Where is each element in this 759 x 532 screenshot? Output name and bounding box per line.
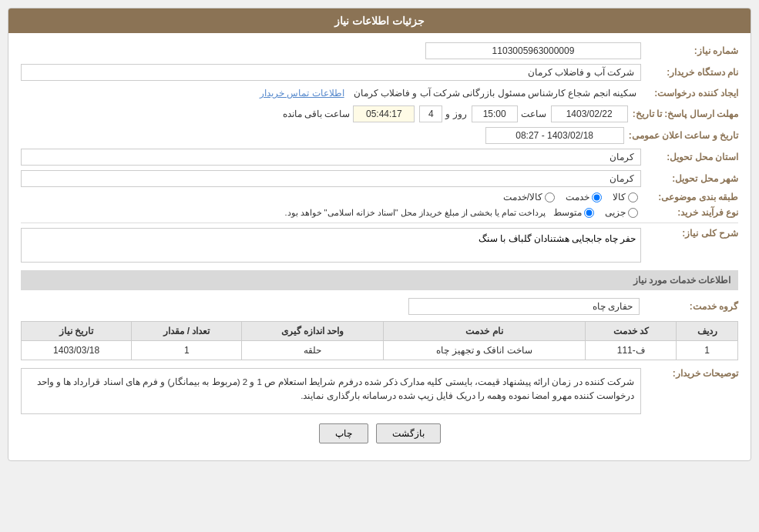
cell-row: 1 [677,341,738,360]
deadline-days-label: روز و [445,109,466,119]
category-radio-kala[interactable] [628,192,638,202]
buyer-notes-label: توصیحات خریدار: [646,368,738,379]
need-desc-label: شرح کلی نیاز: [646,228,738,239]
cell-count: 1 [132,341,242,360]
service-section-header: اطلاعات خدمات مورد نیاز [21,270,738,290]
category-radio-khedmat[interactable] [592,192,602,202]
col-date: تاریخ نیاز [22,322,132,341]
back-button[interactable]: بازگشت [376,423,441,443]
city-value: کرمان [21,170,641,187]
buyer-label: نام دستگاه خریدار: [646,67,738,78]
creator-contact-link[interactable]: اطلاعات تماس خریدار [260,88,344,99]
col-name: نام خدمت [383,322,586,341]
category-khedmat-label: خدمت [566,192,589,202]
process-radio-motavasset[interactable] [584,208,594,218]
need-desc-textarea[interactable] [21,228,641,263]
category-label: طبقه بندی موضوعی: [646,192,738,202]
need-number-label: شماره نیاز: [646,45,738,56]
service-group-value: حفاری چاه [408,298,640,315]
category-kala-khedmat-label: کالا/خدمت [503,192,542,202]
deadline-date: 1403/02/22 [551,105,628,122]
creator-value: سکینه انجم شجاع کارشناس مسئول بازرگانی ش… [349,85,641,101]
category-radio-group: کالا خدمت کالا/خدمت [503,192,638,202]
service-group-label: گروه خدمت: [646,301,738,312]
process-label: نوع فرآیند خرید: [646,207,738,218]
category-kala-label: کالا [613,192,626,202]
category-option-kala-khedmat[interactable]: کالا/خدمت [503,192,555,202]
action-buttons: بازگشت چاپ [21,423,738,451]
deadline-time-label: ساعت [521,109,546,119]
category-radio-kala-khedmat[interactable] [545,192,555,202]
deadline-days: 4 [419,105,442,122]
deadline-remaining-label: ساعت باقی مانده [283,109,351,119]
cell-code: ف-111 [586,341,677,360]
deadline-remaining: 05:44:17 [353,105,415,122]
process-jozi-label: جزیی [605,207,626,218]
city-label: شهر محل تحویل: [646,173,738,184]
col-count: تعداد / مقدار [132,322,242,341]
col-row: ردیف [677,322,738,341]
cell-unit: حلقه [242,341,383,360]
process-note: پرداخت تمام یا بخشی از مبلغ خریداز محل "… [284,208,546,218]
cell-name: ساخت انافک و تجهیز چاه [383,341,586,360]
announce-value: 1403/02/18 - 08:27 [485,127,624,144]
process-option-motavasset[interactable]: متوسط [553,207,594,218]
deadline-time: 15:00 [472,105,518,122]
buyer-notes-value: شرکت کننده در زمان ارائه پیشنهاد قیمت، ب… [21,368,641,414]
col-unit: واحد اندازه گیری [242,322,383,341]
col-code: کد خدمت [586,322,677,341]
process-radio-group: جزیی متوسط [553,207,638,218]
province-label: استان محل تحویل: [646,152,738,162]
cell-date: 1403/03/18 [22,341,132,360]
creator-label: ایجاد کننده درخواست: [646,88,738,99]
category-option-khedmat[interactable]: خدمت [566,192,602,202]
buyer-value: شرکت آب و فاضلاب کرمان [21,64,641,81]
announce-label: تاریخ و ساعت اعلان عمومی: [629,130,738,141]
page-title: جزئیات اطلاعات نیاز [8,8,751,33]
service-table: ردیف کد خدمت نام خدمت واحد اندازه گیری ت… [21,321,738,360]
need-number-value: 1103005963000009 [425,42,641,59]
process-radio-jozi[interactable] [628,208,638,218]
category-option-kala[interactable]: کالا [613,192,638,202]
table-row: 1ف-111ساخت انافک و تجهیز چاهحلقه11403/03… [22,341,738,360]
process-option-jozi[interactable]: جزیی [605,207,638,218]
print-button[interactable]: چاپ [319,423,368,443]
process-motavasset-label: متوسط [553,207,582,218]
province-value: کرمان [21,149,641,166]
deadline-label: مهلت ارسال پاسخ: تا تاریخ: [633,109,738,119]
